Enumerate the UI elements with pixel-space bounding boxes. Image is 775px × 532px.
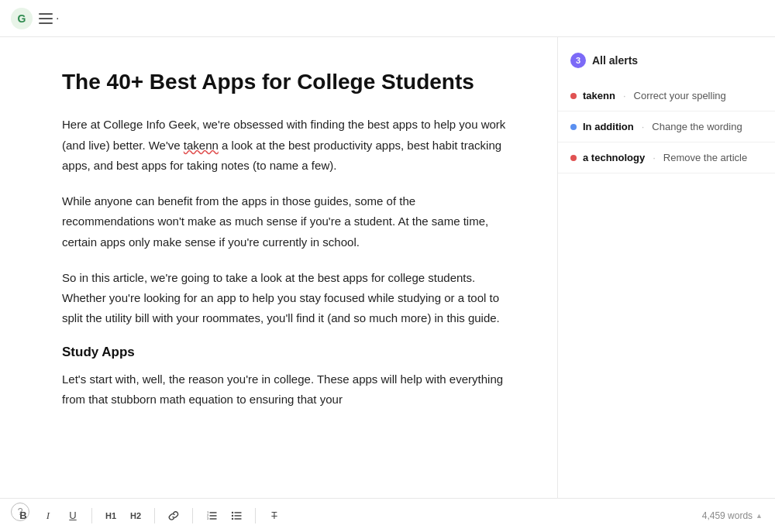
alert-word-2: In addition (583, 121, 634, 132)
section-heading-study-apps: Study Apps (62, 345, 511, 360)
unordered-list-button[interactable] (226, 505, 247, 527)
article-title: The 40+ Best Apps for College Students (62, 68, 511, 96)
alert-separator-2: · (642, 121, 645, 132)
alert-suggestion-3: Remove the article (663, 152, 747, 163)
toolbar-separator-4 (255, 508, 256, 523)
main-layout: The 40+ Best Apps for College Students H… (0, 37, 775, 498)
topbar: G · (0, 0, 775, 37)
alert-word-1: takenn (583, 90, 615, 101)
paragraph-1: Here at College Info Geek, we're obsesse… (62, 115, 511, 176)
ordered-list-button[interactable]: 1 2 3 (201, 505, 222, 527)
alert-suggestion-1: Correct your spelling (634, 90, 726, 101)
clear-format-button[interactable]: T (264, 505, 285, 527)
word-count: 4,459 words ▲ (702, 510, 763, 521)
alert-dot-red-3 (570, 155, 577, 161)
alert-suggestion-2: Change the wording (652, 121, 742, 132)
paragraph-2: While anyone can benefit from the apps i… (62, 191, 511, 252)
svg-point-9 (232, 511, 233, 513)
toolbar-separator-1 (91, 508, 92, 523)
h1-button[interactable]: H1 (100, 505, 122, 527)
alerts-sidebar: 3 All alerts takenn · Correct your spell… (558, 37, 775, 498)
alerts-title: All alerts (592, 54, 638, 67)
alert-item-takenn[interactable]: takenn · Correct your spelling (558, 81, 775, 112)
svg-text:3: 3 (207, 517, 209, 520)
toolbar-separator-2 (154, 508, 155, 523)
alerts-header: 3 All alerts (558, 53, 775, 81)
italic-button[interactable]: I (37, 505, 59, 527)
svg-point-10 (232, 514, 233, 516)
word-count-arrow: ▲ (756, 512, 763, 520)
help-icon[interactable]: ? (11, 503, 29, 521)
hamburger-menu-icon[interactable] (39, 12, 53, 26)
alert-dot-blue-2 (570, 124, 577, 130)
h2-button[interactable]: H2 (125, 505, 146, 527)
link-button[interactable] (163, 505, 184, 527)
word-count-text: 4,459 words (702, 510, 753, 521)
article-body: Here at College Info Geek, we're obsesse… (62, 115, 511, 410)
editor-area[interactable]: The 40+ Best Apps for College Students H… (0, 37, 558, 498)
alert-word-3: a technology (583, 152, 645, 163)
bottom-toolbar: B I U H1 H2 1 2 3 T 4,459 w (0, 498, 775, 532)
alert-separator-3: · (653, 152, 656, 163)
svg-point-11 (232, 517, 233, 519)
alert-count-badge: 3 (570, 53, 586, 68)
paragraph-3: So in this article, we're going to take … (62, 268, 511, 329)
underline-button[interactable]: U (62, 505, 84, 527)
alert-item-in-addition[interactable]: In addition · Change the wording (558, 112, 775, 142)
menu-dots-icon[interactable]: · (56, 12, 60, 26)
paragraph-5: Let's start with, well, the reason you'r… (62, 369, 511, 410)
alert-separator-1: · (623, 90, 626, 101)
highlighted-word-takenn: takenn (184, 139, 219, 152)
toolbar-separator-3 (192, 508, 193, 523)
alert-dot-red-1 (570, 93, 577, 99)
alert-item-a-technology[interactable]: a technology · Remove the article (558, 142, 775, 173)
logo-icon[interactable]: G (11, 8, 33, 29)
